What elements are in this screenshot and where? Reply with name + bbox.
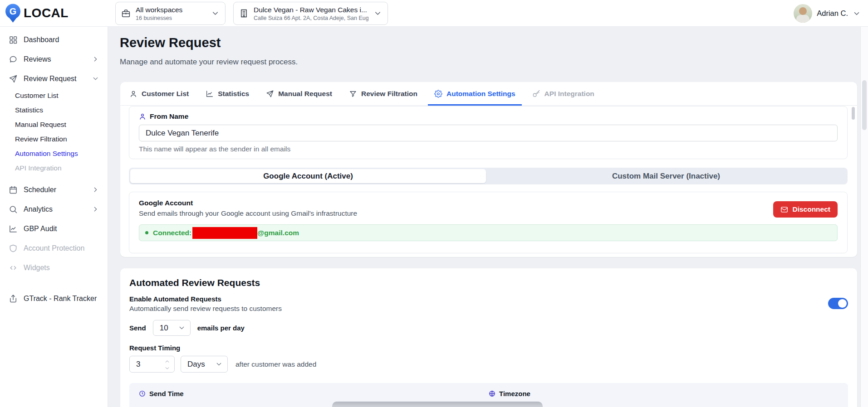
sidebar-subitem-manual-request[interactable]: Manual Request [0,117,108,132]
google-account-segment[interactable]: Google Account (Active) [130,169,486,183]
sidebar-item-widgets[interactable]: Widgets [0,258,108,277]
enable-automated-description: Automatically send review requests to cu… [129,305,816,313]
send-label: Send [129,324,146,332]
from-name-helper: This name will appear as the sender in a… [139,145,838,153]
from-name-label: From Name [150,112,188,121]
timing-number-input [129,356,175,373]
enable-automated-row: Enable Automated Requests Automatically … [129,295,848,313]
sidebar-item-dashboard[interactable]: Dashboard [0,30,108,49]
timezone-label: Timezone [499,390,530,397]
app-logo[interactable]: G LOCAL [5,4,69,23]
briefcase-icon [121,9,131,18]
clock-icon [139,390,146,397]
logo-text: LOCAL [24,6,69,20]
shield-icon [9,244,18,253]
sidebar-item-gbp-audit[interactable]: GBP Audit [0,219,108,238]
building-icon [239,9,249,18]
sidebar-item-label: Analytics [24,205,86,213]
sidebar-item-review-request[interactable]: Review Request [0,69,108,88]
sidebar-item-label: Account Protection [24,244,99,252]
sidebar-subitem-statistics[interactable]: Statistics [0,103,108,117]
send-icon [9,74,18,83]
workspace-selector[interactable]: All workspaces 16 businesses [115,2,226,25]
chevron-down-icon [178,324,186,332]
request-timing-label: Request Timing [129,344,848,352]
tab-api-integration[interactable]: API Integration [532,82,594,105]
automated-review-requests-card: Automated Review Requests Enable Automat… [120,268,857,407]
google-account-description: Send emails through your Google account … [139,209,838,218]
window-scrollbar-thumb[interactable] [862,80,867,130]
sidebar-item-analytics[interactable]: Analytics [0,199,108,219]
tab-statistics[interactable]: Statistics [206,82,249,105]
chevron-down-icon [211,9,220,18]
sidebar-item-label: Reviews [24,55,86,63]
window-scrollbar[interactable] [860,27,868,407]
mail-mode-switcher: Google Account (Active) Custom Mail Serv… [129,168,848,184]
calendar-icon [9,185,18,194]
status-dot [145,231,148,234]
key-icon [532,90,540,98]
from-name-input[interactable] [139,125,838,141]
emails-per-day-suffix: emails per day [197,324,245,332]
disconnect-button[interactable]: Disconnect [773,201,838,218]
chevron-right-icon [92,186,99,194]
chevron-down-icon [853,10,861,18]
chevron-right-icon [92,55,99,63]
enable-automated-toggle[interactable] [828,298,848,309]
sidebar-item-label: GTrack - Rank Tracker [24,295,99,303]
sidebar-subitem-api-integration[interactable]: API Integration [0,161,108,175]
dashboard-grid-icon [9,35,18,44]
sidebar-item-label: Review Request [24,75,86,83]
send-icon [266,90,274,98]
tab-bar: Customer List Statistics Manual Request … [120,82,857,106]
connected-status-banner: Connected: @gmail.com [139,224,838,241]
chart-line-icon [9,224,18,233]
sidebar-item-account-protection[interactable]: Account Protection [0,238,108,258]
sidebar-item-label: Dashboard [24,36,99,44]
review-request-card: Customer List Statistics Manual Request … [120,82,857,257]
sidebar-subitem-customer-list[interactable]: Customer List [0,88,108,103]
sidebar-subitem-review-filtration[interactable]: Review Filtration [0,132,108,146]
tab-label: Statistics [218,90,249,98]
sidebar-item-reviews[interactable]: Reviews [0,49,108,69]
emails-per-day-row: Send 10 emails per day [129,320,848,336]
business-title: Dulce Vegan - Raw Vegan Cakes i... [254,6,368,14]
chat-bubble-icon [9,55,18,64]
tab-manual-request[interactable]: Manual Request [266,82,332,105]
tab-review-filtration[interactable]: Review Filtration [349,82,417,105]
tab-automation-settings[interactable]: Automation Settings [434,82,515,105]
business-selector[interactable]: Dulce Vegan - Raw Vegan Cakes i... Calle… [233,2,388,25]
user-menu[interactable]: Adrian C. [794,0,861,27]
tab-label: Manual Request [278,90,332,98]
tab-customer-list[interactable]: Customer List [129,82,189,105]
emails-per-day-select[interactable]: 10 [153,320,191,336]
sidebar-item-gtrack[interactable]: GTrack - Rank Tracker [0,289,108,308]
svg-text:G: G [10,6,17,16]
timing-unit-select[interactable]: Days [181,356,228,373]
number-stepper[interactable] [164,359,170,371]
sidebar: Dashboard Reviews Review Request Custome… [0,27,108,407]
redacted-email-block [192,227,257,239]
page-subtitle: Manage and automate your review request … [120,58,298,67]
chevron-down-icon [215,360,223,368]
disconnect-label: Disconnect [792,205,830,213]
sidebar-item-scheduler[interactable]: Scheduler [0,180,108,199]
main-content: Review Request Manage and automate your … [108,27,860,407]
sidebar-item-label: GBP Audit [24,225,99,233]
code-icon [9,263,18,272]
card-scrollbar-thumb[interactable] [852,107,855,120]
request-timing-row: Days after customer was added [129,356,848,373]
page-title: Review Request [120,35,221,50]
emails-per-day-value: 10 [160,324,168,333]
workspace-subtitle: 16 businesses [136,15,206,21]
custom-mail-server-segment[interactable]: Custom Mail Server (Inactive) [486,169,846,183]
chevron-down-icon [92,75,99,82]
sidebar-item-label: Scheduler [24,186,86,194]
google-account-title: Google Account [139,199,838,207]
tab-label: Customer List [142,90,189,98]
sidebar-subitem-automation-settings[interactable]: Automation Settings [0,146,108,161]
avatar [794,4,812,23]
timing-value-field[interactable] [130,356,162,372]
business-subtitle: Calle Suiza 66 Apt. 2A, Costa Adeje, San… [254,15,368,21]
automated-section-title: Automated Review Requests [129,277,848,288]
